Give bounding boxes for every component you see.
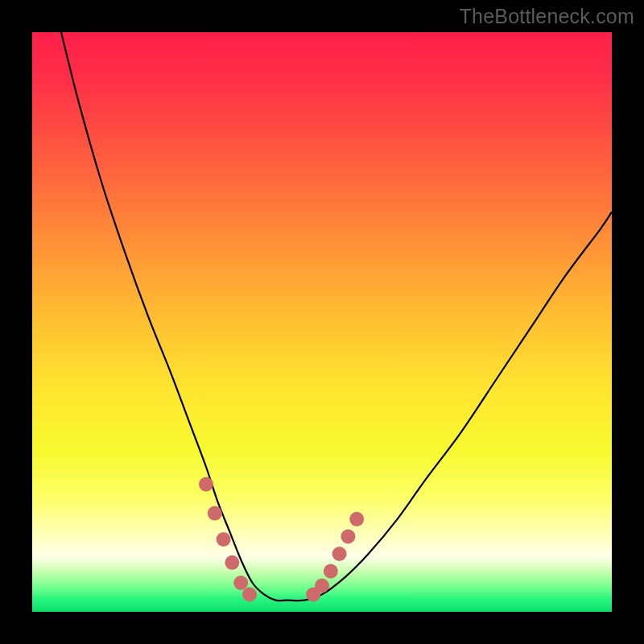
curve-marker xyxy=(233,576,248,590)
curve-marker xyxy=(242,587,257,601)
curve-marker xyxy=(217,532,231,547)
plot-area xyxy=(32,32,612,612)
curve-marker xyxy=(225,555,239,570)
curve-marker xyxy=(332,547,347,561)
chart-frame: TheBottleneck.com xyxy=(0,0,644,644)
watermark-text: TheBottleneck.com xyxy=(460,5,634,28)
curve-marker xyxy=(324,564,338,579)
curve-marker xyxy=(199,477,213,492)
curve-marker xyxy=(315,579,329,593)
curve-marker xyxy=(208,506,222,521)
bottleneck-curve xyxy=(32,32,612,612)
curve-marker xyxy=(341,529,355,543)
curve-marker xyxy=(349,512,364,526)
